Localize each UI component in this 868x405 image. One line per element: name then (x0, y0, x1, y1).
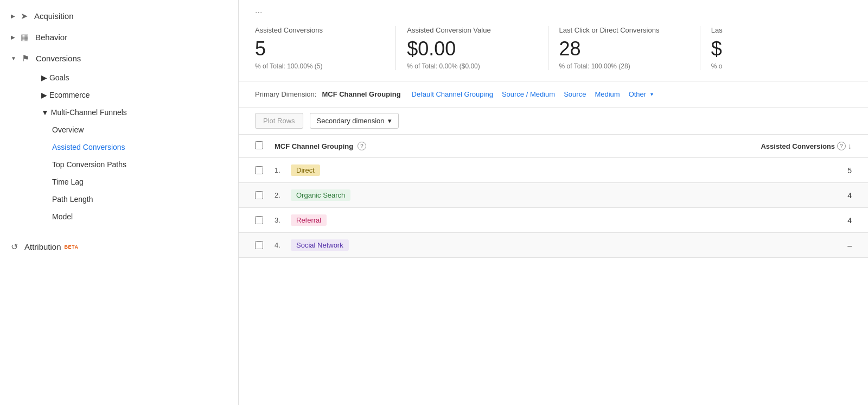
channel-tag-social-network[interactable]: Social Network (291, 239, 349, 251)
channel-tag-direct[interactable]: Direct (291, 164, 320, 176)
row-num-1: 2. (275, 191, 291, 199)
sidebar-sub-conversions: ▶ Goals ▶ Ecommerce ▼ Multi-Channel Funn… (0, 69, 238, 225)
assisted-conversions-label: Assisted Conversions (52, 143, 125, 151)
header-checkbox-cell (255, 141, 275, 151)
sidebar-item-multichannel[interactable]: ▼ Multi-Channel Funnels (30, 104, 238, 121)
attribution-beta-badge: BETA (65, 244, 79, 250)
sidebar-item-time-lag[interactable]: Time Lag (41, 173, 238, 191)
row-value-3: – (743, 241, 852, 250)
row-checkbox-2 (255, 216, 275, 224)
sidebar-item-ecommerce[interactable]: ▶ Ecommerce (30, 86, 238, 104)
th-assisted-conversions[interactable]: Assisted Conversions ? ↓ (743, 142, 852, 150)
goals-arrow: ▶ (41, 73, 49, 82)
metric-value-value: $0.00 (407, 37, 537, 60)
sidebar: ▶ ➤ Acquisition ▶ ▦ Behavior ▼ ⚑ Convers… (0, 0, 239, 405)
sidebar-item-acquisition[interactable]: ▶ ➤ Acquisition (0, 5, 238, 27)
plot-rows-button[interactable]: Plot Rows (255, 113, 303, 129)
ellipsis-indicator: ... (239, 0, 868, 15)
channel-help-icon[interactable]: ? (358, 142, 366, 150)
secondary-dim-row: Plot Rows Secondary dimension ▾ (239, 107, 868, 135)
row-checkbox-0 (255, 166, 275, 174)
table-body: 1. Direct 5 2. Organic Search 4 3. Refer… (239, 158, 868, 258)
sidebar-item-model[interactable]: Model (41, 208, 238, 225)
sidebar-item-conversions[interactable]: ▼ ⚑ Conversions (0, 48, 238, 69)
metric-last-click: Last Click or Direct Conversions 28 % of… (548, 26, 700, 70)
sidebar-label-behavior: Behavior (35, 33, 67, 42)
expand-arrow-behavior: ▶ (11, 34, 15, 40)
behavior-icon: ▦ (21, 32, 29, 42)
metric-sub-lastval: % o (711, 62, 841, 70)
dim-link-other[interactable]: Other (629, 90, 647, 98)
sidebar-label-conversions: Conversions (36, 54, 81, 63)
sidebar-label-acquisition: Acquisition (34, 11, 74, 21)
dim-link-default-channel[interactable]: Default Channel Grouping (412, 90, 493, 98)
row-value-1: 4 (743, 191, 852, 200)
metric-assisted-value: Assisted Conversion Value $0.00 % of Tot… (396, 26, 548, 70)
row-value-2: 4 (743, 216, 852, 225)
sidebar-item-assisted-conversions[interactable]: Assisted Conversions (41, 138, 238, 156)
sort-descending-icon[interactable]: ↓ (848, 142, 852, 150)
metric-sub-assisted: % of Total: 100.00% (5) (255, 62, 385, 70)
channel-tag-referral[interactable]: Referral (291, 214, 327, 226)
row-channel-2: Referral (291, 214, 743, 226)
dimension-controls: Primary Dimension: MCF Channel Grouping … (239, 81, 868, 107)
attribution-label: Attribution (24, 242, 61, 251)
primary-dim-selected: MCF Channel Grouping (322, 90, 400, 98)
sidebar-item-goals[interactable]: ▶ Goals (30, 69, 238, 86)
sidebar-item-path-length[interactable]: Path Length (41, 191, 238, 208)
row-checkbox-input-2[interactable] (255, 216, 263, 224)
top-conversion-paths-label: Top Conversion Paths (52, 160, 126, 169)
goals-label: Goals (49, 73, 69, 82)
ecommerce-arrow: ▶ (41, 91, 49, 99)
acquisition-icon: ➤ (21, 11, 28, 21)
other-dropdown-arrow: ▾ (650, 91, 653, 97)
metric-last-click-value: Las $ % o (700, 26, 852, 70)
attribution-icon: ↺ (11, 242, 18, 252)
select-all-checkbox[interactable] (255, 141, 263, 149)
multichannel-label: Multi-Channel Funnels (51, 108, 127, 117)
dim-link-medium[interactable]: Medium (595, 90, 620, 98)
assisted-help-icon[interactable]: ? (837, 142, 846, 150)
table-row: 2. Organic Search 4 (239, 183, 868, 208)
metric-label-value: Assisted Conversion Value (407, 26, 537, 34)
multichannel-sub: Overview Assisted Conversions Top Conver… (30, 121, 238, 225)
metric-label-lastval: Las (711, 26, 841, 34)
row-channel-3: Social Network (291, 239, 743, 251)
row-value-0: 5 (743, 166, 852, 175)
table-row: 3. Referral 4 (239, 208, 868, 233)
table-row: 4. Social Network – (239, 233, 868, 258)
row-channel-0: Direct (291, 164, 743, 176)
metric-label-lastclick: Last Click or Direct Conversions (559, 26, 689, 34)
row-num-0: 1. (275, 166, 291, 174)
metric-value-assisted: 5 (255, 37, 385, 60)
sidebar-item-top-conversion-paths[interactable]: Top Conversion Paths (41, 156, 238, 173)
table-row: 1. Direct 5 (239, 158, 868, 183)
row-checkbox-3 (255, 241, 275, 249)
metric-sub-value: % of Total: 0.00% ($0.00) (407, 62, 537, 70)
dim-link-source-medium[interactable]: Source / Medium (502, 90, 555, 98)
summary-bar: Assisted Conversions 5 % of Total: 100.0… (239, 15, 868, 81)
metric-sub-lastclick: % of Total: 100.00% (28) (559, 62, 689, 70)
sidebar-item-attribution[interactable]: ↺ Attribution BETA (0, 236, 238, 257)
main-content: ... Assisted Conversions 5 % of Total: 1… (239, 0, 868, 405)
data-table: MCF Channel Grouping ? Assisted Conversi… (239, 135, 868, 258)
expand-arrow-acquisition: ▶ (11, 13, 15, 19)
table-header: MCF Channel Grouping ? Assisted Conversi… (239, 135, 868, 158)
time-lag-label: Time Lag (52, 178, 84, 186)
dim-link-source[interactable]: Source (564, 90, 586, 98)
row-num-3: 4. (275, 241, 291, 249)
ecommerce-label: Ecommerce (49, 91, 90, 99)
metric-assisted-conversions: Assisted Conversions 5 % of Total: 100.0… (255, 26, 396, 70)
row-checkbox-input-0[interactable] (255, 166, 263, 174)
sidebar-item-behavior[interactable]: ▶ ▦ Behavior (0, 27, 238, 48)
sidebar-item-overview[interactable]: Overview (41, 121, 238, 138)
row-checkbox-input-3[interactable] (255, 241, 263, 249)
secondary-dim-button[interactable]: Secondary dimension ▾ (310, 113, 399, 129)
row-checkbox-input-1[interactable] (255, 191, 263, 199)
primary-dim-label: Primary Dimension: (255, 90, 316, 98)
model-label: Model (52, 212, 73, 221)
row-num-2: 3. (275, 216, 291, 224)
metric-value-lastclick: 28 (559, 37, 689, 60)
channel-tag-organic-search[interactable]: Organic Search (291, 189, 350, 201)
dim-other-dropdown[interactable]: Other ▾ (629, 90, 654, 98)
